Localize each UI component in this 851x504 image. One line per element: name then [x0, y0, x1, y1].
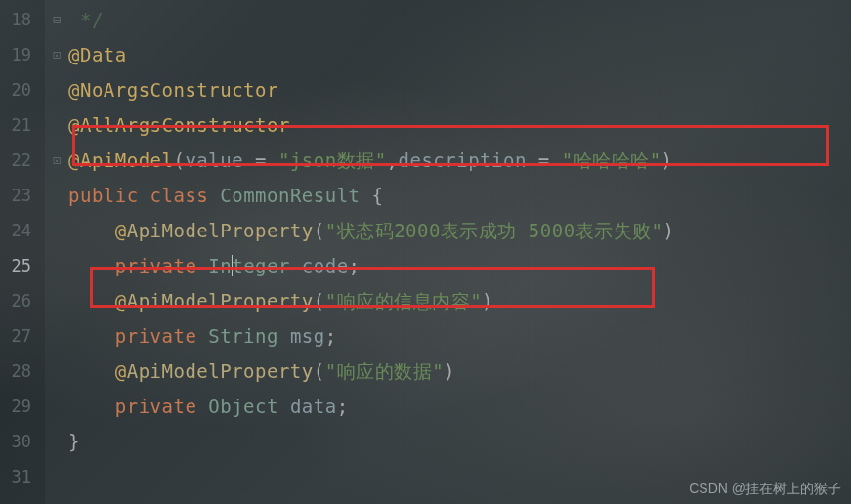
type-object: Object [208, 396, 278, 417]
fold-gutter: ⊟ ⊡ ⊡ [45, 0, 68, 504]
keyword-private: private [115, 255, 197, 276]
line-number: 31 [0, 459, 45, 494]
annotation-at: @ [115, 220, 127, 241]
paren-close: ) [444, 360, 455, 382]
code-line: @ApiModelProperty("状态码2000表示成功 5000表示失败"… [68, 213, 851, 248]
line-number: 21 [0, 107, 45, 143]
identifier-code: code [302, 255, 349, 276]
line-number: 18 [0, 2, 45, 37]
keyword-class: class [150, 185, 209, 206]
line-number: 23 [0, 178, 45, 213]
fold-mark [45, 389, 68, 424]
comment-end: */ [80, 9, 104, 30]
annotation-data: Data [80, 44, 127, 65]
annotation-at: @ [115, 290, 127, 312]
fold-mark [45, 354, 68, 389]
code-line-current: private Integer code; [68, 248, 851, 283]
annotation-noargs: NoArgsConstructor [80, 79, 278, 101]
line-number: 27 [0, 318, 45, 354]
string-literal: "响应的信息内容" [325, 290, 482, 312]
text-caret [232, 255, 233, 276]
semicolon: ; [337, 396, 349, 417]
watermark-text: CSDN @挂在树上的猴子 [689, 481, 841, 498]
param-value: value [185, 149, 243, 171]
paren-open: ( [314, 360, 325, 382]
type-integer: teger [232, 255, 290, 276]
brace-close: } [68, 431, 80, 452]
fold-mark [45, 107, 68, 143]
code-line: @NoArgsConstructor [68, 72, 851, 107]
paren-close: ) [663, 220, 675, 241]
annotation-at: @ [68, 114, 80, 136]
comma: , [387, 149, 399, 171]
line-number-gutter: 18 19 20 21 22 23 24 25 26 27 28 29 30 3… [0, 0, 45, 504]
line-number: 29 [0, 389, 45, 424]
param-description: description [399, 149, 527, 171]
line-number-current: 25 [0, 248, 45, 283]
code-line: @AllArgsConstructor [68, 107, 851, 143]
annotation-apimodelproperty: ApiModelProperty [127, 220, 314, 241]
line-number: 26 [0, 283, 45, 318]
annotation-at: @ [115, 360, 127, 382]
keyword-public: public [68, 185, 139, 206]
line-number: 30 [0, 424, 45, 459]
line-number: 28 [0, 354, 45, 389]
code-line: private Object data; [68, 389, 851, 424]
annotation-apimodelproperty: ApiModelProperty [127, 290, 314, 312]
paren-open: ( [173, 149, 185, 171]
semicolon: ; [325, 325, 337, 347]
fold-mark [45, 213, 68, 248]
paren-open: ( [314, 220, 325, 241]
fold-mark [45, 283, 68, 318]
line-number: 19 [0, 37, 45, 72]
fold-mark [45, 318, 68, 354]
identifier-data: data [290, 396, 337, 417]
code-line: */ [68, 2, 851, 37]
type-string: String [208, 325, 278, 347]
annotation-allargs: AllArgsConstructor [80, 114, 290, 136]
line-number: 22 [0, 143, 45, 178]
string-literal: "状态码2000表示成功 5000表示失败" [325, 220, 663, 241]
identifier-msg: msg [290, 325, 325, 347]
op-equals: = [527, 149, 562, 171]
brace-open: { [371, 185, 383, 206]
line-number: 24 [0, 213, 45, 248]
code-line: @ApiModelProperty("响应的信息内容") [68, 283, 851, 318]
code-content[interactable]: */ @Data @NoArgsConstructor @AllArgsCons… [68, 0, 851, 504]
code-line: public class CommonResult { [68, 178, 851, 213]
op-equals: = [243, 149, 278, 171]
fold-mark [45, 248, 68, 283]
code-line: @Data [68, 37, 851, 72]
annotation-apimodelproperty: ApiModelProperty [127, 360, 314, 382]
code-editor[interactable]: 18 19 20 21 22 23 24 25 26 27 28 29 30 3… [0, 0, 851, 504]
annotation-at: @ [68, 79, 80, 101]
keyword-private: private [115, 396, 197, 417]
annotation-at: @ [68, 44, 80, 65]
paren-close: ) [661, 149, 673, 171]
annotation-at: @ [68, 149, 80, 171]
fold-mark [45, 178, 68, 213]
fold-mark-icon[interactable]: ⊡ [45, 143, 68, 178]
fold-minus-icon[interactable]: ⊟ [45, 2, 68, 37]
fold-mark [45, 459, 68, 494]
semicolon: ; [349, 255, 361, 276]
paren-open: ( [314, 290, 325, 312]
annotation-apimodel: ApiModel [80, 149, 174, 171]
code-line: @ApiModelProperty("响应的数据") [68, 354, 851, 389]
type-integer: In [208, 255, 232, 276]
code-line: } [68, 424, 851, 459]
fold-mark [45, 72, 68, 107]
class-name: CommonResult [220, 185, 360, 206]
string-literal: "响应的数据" [325, 360, 444, 382]
paren-close: ) [482, 290, 493, 312]
fold-mark [45, 424, 68, 459]
line-number: 20 [0, 72, 45, 107]
fold-mark-icon[interactable]: ⊡ [45, 37, 68, 72]
keyword-private: private [115, 325, 197, 347]
code-line: @ApiModel(value = "json数据",description =… [68, 143, 851, 178]
code-line: private String msg; [68, 318, 851, 354]
string-literal: "哈哈哈哈" [562, 149, 661, 171]
string-literal: "json数据" [278, 149, 387, 171]
